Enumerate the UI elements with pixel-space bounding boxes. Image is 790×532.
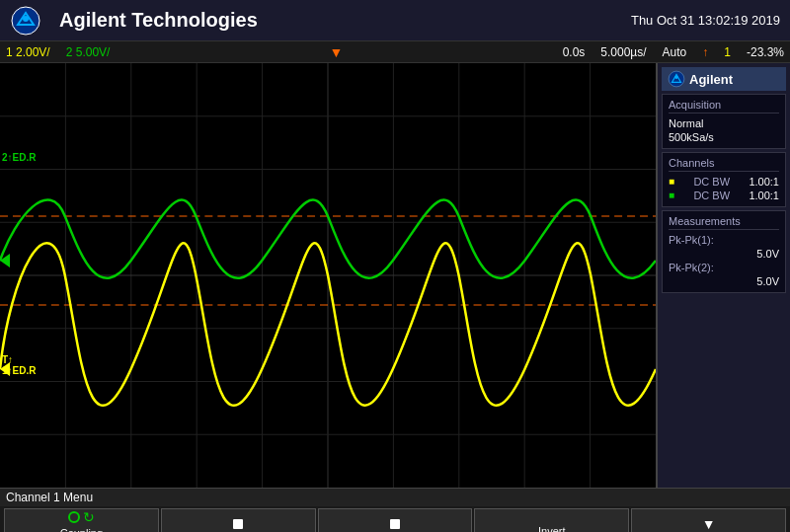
acquisition-mode: Normal bbox=[669, 117, 703, 129]
invert-label: Invert bbox=[538, 525, 566, 533]
channel-menu-label: Channel 1 Menu bbox=[0, 489, 790, 506]
main-area: 2↑ED.R T↑1↑ED.R Agilent Acquisition Norm… bbox=[0, 63, 790, 488]
coupling-button[interactable]: ↻ Coupling DC bbox=[4, 508, 159, 532]
ch1-bw-label: DC BW bbox=[693, 176, 730, 188]
pk-pk-1-value-row: 5.0V bbox=[669, 247, 779, 261]
trigger-position-arrow: ▼ bbox=[330, 44, 344, 60]
status-bar: 1 2.00V/ 2 5.00V/ ▼ 0.0s 5.000µs/ Auto ↑… bbox=[0, 41, 790, 63]
trigger-level: -23.3% bbox=[747, 45, 784, 59]
acquisition-title: Acquisition bbox=[669, 99, 779, 114]
pk-pk-2-value: 5.0V bbox=[756, 275, 779, 287]
ch2-bw-label: DC BW bbox=[693, 190, 730, 201]
panel-header: Agilent bbox=[662, 67, 786, 91]
pk-pk-2-value-row: 5.0V bbox=[669, 274, 779, 288]
trigger-channel[interactable]: 1 bbox=[724, 45, 731, 59]
measurements-title: Measurements bbox=[669, 215, 779, 230]
agilent-panel-logo-icon bbox=[668, 70, 685, 88]
acquisition-rate-row: 500kSa/s bbox=[669, 130, 779, 144]
fine-indicator-icon bbox=[390, 519, 400, 529]
acquisition-mode-row: Normal bbox=[669, 116, 779, 130]
ch1-color-indicator: ■ bbox=[669, 176, 674, 188]
invert-button[interactable]: Invert bbox=[474, 508, 629, 532]
agilent-logo-icon bbox=[10, 5, 41, 37]
time-position[interactable]: 0.0s bbox=[563, 45, 586, 59]
pk-pk-2-row: Pk-Pk(2): bbox=[669, 261, 779, 274]
coupling-icon-group: ↻ bbox=[68, 509, 95, 525]
ch2-bw-value: 1.00:1 bbox=[749, 190, 779, 201]
header: Agilent Technologies Thu Oct 31 13:02:19… bbox=[0, 0, 790, 41]
acquisition-section: Acquisition Normal 500kSa/s bbox=[662, 94, 786, 149]
ch1-label: T↑1↑ED.R bbox=[2, 354, 36, 376]
coupling-circle-icon bbox=[68, 511, 80, 523]
ch2-channel-row: ■ DC BW 1.00:1 bbox=[669, 189, 779, 202]
pk-pk-1-value: 5.0V bbox=[756, 248, 779, 260]
pk-pk-2-label: Pk-Pk(2): bbox=[669, 262, 714, 273]
menu-buttons: ↻ Coupling DC BW Limit Fine Invert ▼ Pro… bbox=[0, 506, 790, 532]
ch2-label: 2↑ED.R bbox=[2, 152, 36, 163]
ch1-channel-row: ■ DC BW 1.00:1 bbox=[669, 175, 779, 189]
bw-limit-indicator-icon bbox=[233, 519, 243, 529]
acquisition-rate: 500kSa/s bbox=[669, 131, 714, 143]
fine-button[interactable]: Fine bbox=[318, 508, 473, 532]
svg-point-1 bbox=[23, 16, 29, 22]
app-title: Agilent Technologies bbox=[51, 7, 631, 34]
right-panel: Agilent Acquisition Normal 500kSa/s Chan… bbox=[658, 63, 790, 488]
scope-grid bbox=[0, 63, 656, 488]
measurements-section: Measurements Pk-Pk(1): 5.0V Pk-Pk(2): 5.… bbox=[662, 210, 786, 293]
time-div[interactable]: 5.000µs/ bbox=[600, 45, 646, 59]
trigger-mode[interactable]: Auto bbox=[663, 45, 687, 59]
ch1-scale[interactable]: 1 2.00V/ bbox=[6, 45, 50, 59]
trigger-level-indicator: ↑ bbox=[702, 45, 708, 59]
panel-brand-title: Agilent bbox=[689, 72, 733, 87]
trigger-arrow-indicator: ▼ bbox=[125, 44, 546, 60]
bottom-menu: Channel 1 Menu ↻ Coupling DC BW Limit Fi… bbox=[0, 488, 790, 532]
scope-display[interactable]: 2↑ED.R T↑1↑ED.R bbox=[0, 63, 658, 488]
pk-pk-1-label: Pk-Pk(1): bbox=[669, 234, 714, 246]
probe-button[interactable]: ▼ Probe bbox=[631, 508, 786, 532]
svg-point-24 bbox=[674, 76, 677, 79]
ch2-color-indicator: ■ bbox=[669, 190, 674, 201]
coupling-label: Coupling bbox=[60, 527, 103, 532]
probe-arrow-icon: ▼ bbox=[702, 516, 716, 532]
datetime-display: Thu Oct 31 13:02:19 2019 bbox=[631, 13, 780, 28]
ch2-scale[interactable]: 2 5.00V/ bbox=[66, 45, 111, 59]
bw-limit-button[interactable]: BW Limit bbox=[161, 508, 316, 532]
channels-section: Channels ■ DC BW 1.00:1 ■ DC BW 1.00:1 bbox=[662, 152, 786, 207]
coupling-arrow-icon: ↻ bbox=[83, 509, 95, 525]
pk-pk-1-row: Pk-Pk(1): bbox=[669, 233, 779, 247]
channels-title: Channels bbox=[669, 157, 779, 172]
ch1-bw-value: 1.00:1 bbox=[749, 176, 779, 188]
